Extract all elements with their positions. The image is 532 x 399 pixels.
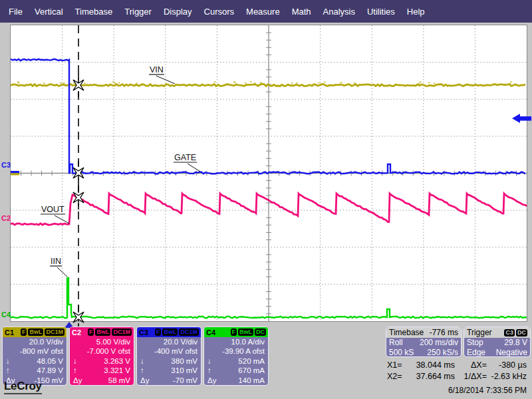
badge-dc: DC bbox=[516, 329, 527, 336]
channel-row: 10.0 A/div bbox=[204, 337, 268, 346]
channel-row: -400 mV ofst bbox=[137, 346, 201, 356]
menu-help[interactable]: Help bbox=[401, 7, 431, 17]
channel-id-c2: C2 bbox=[72, 329, 81, 336]
badge-bwl: BwL bbox=[28, 329, 43, 336]
oscilloscope-screen: FileVerticalTimebaseTriggerDisplayCursor… bbox=[0, 0, 532, 399]
channel-badges: FBwLDC1M bbox=[155, 329, 199, 336]
trace-gate bbox=[11, 59, 525, 174]
trigger-source-badges: C3DC bbox=[504, 329, 527, 336]
channel-row: ↓520 mA bbox=[204, 356, 268, 366]
channel-row: Δy140 mA bbox=[204, 376, 268, 385]
channel-row: 5.00 V/div bbox=[70, 337, 134, 346]
menu-utilities[interactable]: Utilities bbox=[361, 7, 401, 17]
menu-math[interactable]: Math bbox=[286, 7, 317, 17]
badge-dc1m: DC1M bbox=[112, 329, 132, 336]
panel-row: EdgeNegative bbox=[464, 348, 530, 358]
channel-badges: FBwLDC1M bbox=[88, 329, 132, 336]
channel-badges: FBwLDC bbox=[231, 329, 267, 336]
badge-dc: DC bbox=[255, 329, 266, 336]
channel-row: Δy58 mV bbox=[70, 376, 134, 385]
channel-badges: FBwLDC1M bbox=[21, 329, 65, 336]
channel-box-c3[interactable]: C3FBwLDC1M20.0 V/div-400 mV ofst↓380 mV↑… bbox=[136, 327, 201, 386]
channel-id-c3: C3 bbox=[139, 329, 148, 336]
trigger-title: Trigger bbox=[467, 328, 492, 337]
channel-row: -39.90 A ofst bbox=[204, 346, 268, 356]
edge-label-c2: C2 bbox=[1, 214, 11, 222]
channel-row: ↓3.263 V bbox=[70, 356, 134, 366]
edge-label-c3: C3 bbox=[1, 161, 11, 169]
edge-label-c4: C4 bbox=[1, 311, 11, 319]
wave-label-vout: VOUT bbox=[41, 205, 65, 214]
waveform-grid: VINGATEVOUTIIN bbox=[11, 25, 527, 321]
channel-id-c1: C1 bbox=[5, 329, 14, 336]
timebase-title: Timebase bbox=[389, 328, 424, 337]
lecroy-logo: LeCroy bbox=[4, 380, 42, 394]
badge-dc1m: DC1M bbox=[179, 329, 199, 336]
panel-row: Stop29.8 V bbox=[464, 338, 530, 348]
badge-bwl: BwL bbox=[238, 329, 253, 336]
channel-box-c4[interactable]: C4FBwLDC10.0 A/div-39.90 A ofst↓520 mA↑6… bbox=[203, 327, 269, 386]
badge-f: F bbox=[88, 329, 94, 336]
cursor-readout-row: X2=37.664 ms1/ΔX=-2.63 kHz bbox=[387, 371, 528, 382]
channel-row: ↑3.321 V bbox=[70, 366, 134, 375]
channel-row: 20.0 V/div bbox=[137, 337, 201, 346]
channel-row: ↓48.05 V bbox=[3, 356, 66, 366]
menu-bar: FileVerticalTimebaseTriggerDisplayCursor… bbox=[0, 0, 532, 23]
menu-analysis[interactable]: Analysis bbox=[317, 7, 361, 17]
wave-label-iin: IIN bbox=[51, 257, 61, 266]
timebase-offset: -776 ms bbox=[430, 328, 458, 337]
channel-row: Δy-70 mV bbox=[137, 376, 201, 385]
channel-row: 20.0 V/div bbox=[3, 337, 66, 346]
badge-f: F bbox=[155, 329, 162, 336]
badge-c3: C3 bbox=[504, 329, 515, 336]
badge-dc1m: DC1M bbox=[45, 329, 65, 336]
channel-box-c2[interactable]: C2FBwLDC1M5.00 V/div-7.000 V ofst↓3.263 … bbox=[69, 327, 134, 386]
trace-vin bbox=[11, 84, 525, 86]
menu-vertical[interactable]: Vertical bbox=[29, 7, 69, 17]
panel-row: Roll200 ms/div bbox=[386, 338, 461, 348]
trigger-panel[interactable]: Trigger C3DC Stop29.8 VEdgeNegative bbox=[464, 327, 531, 357]
channel-box-c1[interactable]: C1FBwLDC1M20.0 V/div-800 mV ofst↓48.05 V… bbox=[2, 327, 67, 386]
cursor-readout: X1=38.044 msΔX=-380 µsX2=37.664 ms1/ΔX=-… bbox=[387, 360, 528, 382]
menu-display[interactable]: Display bbox=[158, 7, 198, 17]
panel-row: 500 kS250 kS/s bbox=[386, 348, 461, 358]
channel-row: -7.000 V ofst bbox=[70, 346, 134, 356]
channel-row: ↑670 mA bbox=[204, 366, 268, 375]
timebase-panel[interactable]: Timebase -776 ms Roll200 ms/div500 kS250… bbox=[386, 327, 462, 357]
cursor-readout-row: X1=38.044 msΔX=-380 µs bbox=[387, 360, 528, 371]
wave-label-gate: GATE bbox=[174, 153, 196, 162]
badge-f: F bbox=[21, 329, 27, 336]
badge-bwl: BwL bbox=[162, 329, 178, 336]
menu-file[interactable]: File bbox=[3, 7, 29, 17]
menu-cursors[interactable]: Cursors bbox=[198, 7, 241, 17]
menu-trigger[interactable]: Trigger bbox=[118, 7, 158, 17]
waveform-display[interactable]: VINGATEVOUTIIN bbox=[10, 25, 527, 322]
channel-row: -800 mV ofst bbox=[3, 346, 66, 356]
channel-row: ↑47.89 V bbox=[3, 366, 66, 375]
channel-row: ↑310 mV bbox=[137, 366, 201, 375]
channel-id-c4: C4 bbox=[206, 329, 215, 336]
menu-measure[interactable]: Measure bbox=[240, 7, 286, 17]
wave-label-vin: VIN bbox=[150, 65, 164, 74]
trigger-level-arrow[interactable] bbox=[511, 113, 531, 124]
badge-bwl: BwL bbox=[95, 329, 110, 336]
badge-f: F bbox=[231, 329, 237, 336]
channel-row: ↓380 mV bbox=[137, 356, 201, 366]
menu-timebase[interactable]: Timebase bbox=[69, 7, 119, 17]
datetime: 6/18/2014 7:33:56 PM bbox=[448, 386, 527, 395]
